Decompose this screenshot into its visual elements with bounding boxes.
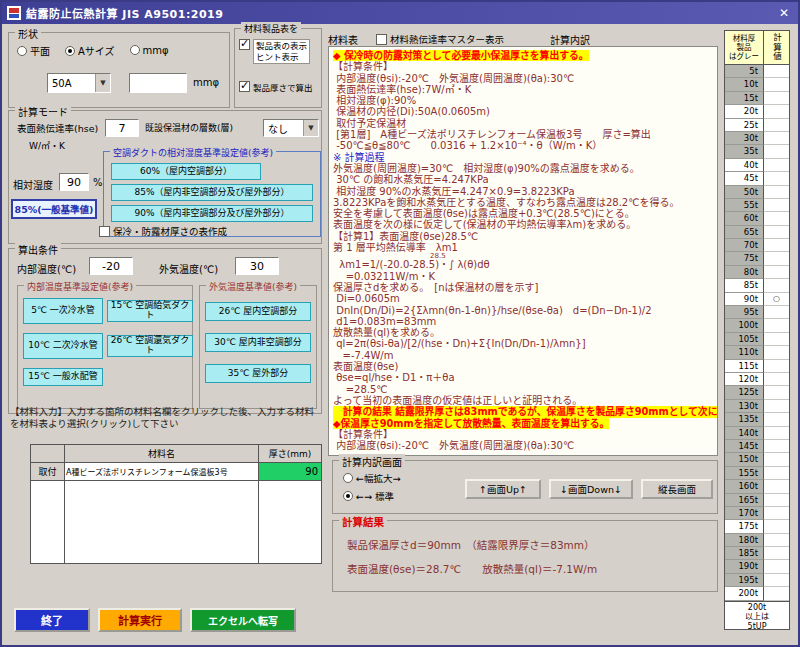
thickness-row[interactable]: 15t xyxy=(725,92,789,105)
thickness-label[interactable]: 175t xyxy=(725,520,764,533)
chevron-down-icon[interactable]: ▼ xyxy=(303,120,318,136)
thickness-row[interactable]: 160t xyxy=(725,480,789,493)
thickness-row[interactable]: 75t xyxy=(725,252,789,265)
radio-icon[interactable] xyxy=(130,45,140,55)
duct-humidity-preset-button[interactable]: 85%（屋内非空調部分及び屋外部分） xyxy=(111,184,313,201)
internal-temp-preset-button[interactable]: 10℃ 二次冷水管 xyxy=(23,333,103,359)
internal-temp-preset-button[interactable]: 15℃ 一般水配管 xyxy=(23,368,103,386)
thickness-label[interactable]: 180t xyxy=(725,534,764,547)
thickness-row[interactable]: 65t xyxy=(725,226,789,239)
external-temp-preset-button[interactable]: 26℃ 屋内空調部分 xyxy=(205,302,311,321)
thickness-label[interactable]: 110t xyxy=(725,346,764,359)
size-select[interactable]: 50A ▼ xyxy=(47,73,111,93)
width-expand-radio[interactable]: ←幅拡大→ xyxy=(343,471,400,485)
thickness-row[interactable]: 45t xyxy=(725,172,789,185)
thickness-row[interactable]: 35t xyxy=(725,145,789,158)
thickness-row[interactable]: 145t xyxy=(725,440,789,453)
thickness-row[interactable]: 190t xyxy=(725,560,789,573)
materials-table[interactable]: 材料名 厚さ(mm) 取付 A種ビーズ法ポリスチレンフォーム保温板3号 90 xyxy=(30,444,322,564)
master-display-checkbox[interactable]: 材料熱伝達率マスター表示 xyxy=(376,32,504,46)
existing-layers-select[interactable]: なし ▼ xyxy=(263,119,319,137)
thickness-row[interactable]: 85t xyxy=(725,279,789,292)
thickness-label[interactable]: 35t xyxy=(725,145,764,158)
thickness-label[interactable]: 85t xyxy=(725,279,764,292)
quit-button[interactable]: 終了 xyxy=(14,608,90,632)
thickness-row[interactable]: 30t xyxy=(725,132,789,145)
external-temp-preset-button[interactable]: 30℃ 屋内非空調部分 xyxy=(205,333,311,352)
thickness-label[interactable]: 160t xyxy=(725,480,764,493)
thickness-row[interactable]: 140t xyxy=(725,427,789,440)
thickness-row[interactable]: 20t xyxy=(725,105,789,118)
checkbox-icon[interactable] xyxy=(239,39,250,50)
thickness-label[interactable]: 90t xyxy=(725,293,764,306)
thickness-label[interactable]: 65t xyxy=(725,226,764,239)
thickness-row[interactable]: 80t xyxy=(725,266,789,279)
thickness-row[interactable]: 110t xyxy=(725,346,789,359)
material-thickness-cell[interactable]: 90 xyxy=(259,463,321,480)
thickness-label[interactable]: 40t xyxy=(725,159,764,172)
screen-up-button[interactable]: ↑画面Up↑ xyxy=(465,479,541,499)
screen-down-button[interactable]: ↓画面Down↓ xyxy=(549,479,633,499)
product-thickness-checkbox[interactable]: 製品厚さで算出 xyxy=(239,81,313,93)
internal-temp-preset-button[interactable]: 26℃ 空調還気ダクト xyxy=(107,335,193,357)
standard-width-radio[interactable]: ←→ 標準 xyxy=(343,489,394,503)
export-excel-button[interactable]: エクセルへ転写 xyxy=(190,608,296,632)
calc-detail-panel[interactable]: ◆ 保冷時の防露対策として必要最小保温厚さを算出する。【計算条件】 内部温度(θ… xyxy=(328,46,718,456)
thickness-label[interactable]: 195t xyxy=(725,574,764,587)
duct-humidity-preset-button[interactable]: 90%（屋内非空調部分及び屋外部分） xyxy=(111,205,313,222)
thickness-rows[interactable]: 5t 10t 15t 20t 2 xyxy=(725,65,789,601)
thickness-label[interactable]: 200t xyxy=(725,587,764,600)
thickness-sidebar[interactable]: 材料厚 製品 はグレー 計算値 5t 10t 15t xyxy=(724,30,790,630)
duct-humidity-preset-button[interactable]: 60%（屋内空調部分） xyxy=(111,163,261,180)
thickness-label[interactable]: 20t xyxy=(725,105,764,118)
thickness-row[interactable]: 95t xyxy=(725,306,789,319)
thickness-label[interactable]: 145t xyxy=(725,440,764,453)
thickness-label[interactable]: 165t xyxy=(725,494,764,507)
show-product-checkbox[interactable]: 製品表の表示 ヒント表示 xyxy=(239,39,310,64)
thickness-row[interactable]: 55t xyxy=(725,199,789,212)
thickness-row[interactable]: 5t xyxy=(725,65,789,78)
tall-screen-button[interactable]: 縦長画面 xyxy=(641,479,713,499)
thickness-label[interactable]: 55t xyxy=(725,199,764,212)
internal-temp-preset-button[interactable]: 5℃ 一次冷水管 xyxy=(23,298,103,324)
chevron-down-icon[interactable]: ▼ xyxy=(95,74,110,92)
thickness-row[interactable]: 115t xyxy=(725,360,789,373)
radio-icon[interactable] xyxy=(17,46,27,56)
radio-icon[interactable] xyxy=(343,491,353,501)
materials-table-empty-rows[interactable] xyxy=(31,481,321,563)
thickness-label[interactable]: 130t xyxy=(725,400,764,413)
thickness-label[interactable]: 150t xyxy=(725,453,764,466)
thickness-label[interactable]: 135t xyxy=(725,413,764,426)
thickness-label[interactable]: 80t xyxy=(725,266,764,279)
thickness-row[interactable]: 155t xyxy=(725,467,789,480)
radio-icon[interactable] xyxy=(65,46,75,56)
thickness-label[interactable]: 170t xyxy=(725,507,764,520)
thickness-label[interactable]: 105t xyxy=(725,333,764,346)
thickness-label[interactable]: 5t xyxy=(725,65,764,78)
hse-input[interactable] xyxy=(105,119,139,137)
thickness-row[interactable]: 70t xyxy=(725,239,789,252)
thickness-row[interactable]: 195t xyxy=(725,574,789,587)
thickness-label[interactable]: 185t xyxy=(725,547,764,560)
external-temp-input[interactable] xyxy=(235,257,279,275)
diameter-input[interactable] xyxy=(129,73,187,93)
thickness-row[interactable]: 165t xyxy=(725,494,789,507)
shape-radio-asize[interactable]: Aサイズ xyxy=(65,43,115,58)
thickness-row[interactable]: 170t xyxy=(725,507,789,520)
thickness-label[interactable]: 190t xyxy=(725,560,764,573)
internal-temp-input[interactable] xyxy=(89,257,133,275)
shape-radio-plane[interactable]: 平面 xyxy=(17,43,50,58)
thickness-row[interactable]: 50t xyxy=(725,186,789,199)
thickness-label[interactable]: 60t xyxy=(725,212,764,225)
thickness-row[interactable]: 40t xyxy=(725,159,789,172)
thickness-label[interactable]: 30t xyxy=(725,132,764,145)
checkbox-icon[interactable] xyxy=(239,81,250,92)
thickness-row[interactable]: 180t xyxy=(725,534,789,547)
thickness-row[interactable]: 105t xyxy=(725,333,789,346)
thickness-label[interactable]: 115t xyxy=(725,360,764,373)
thickness-row[interactable]: 135t xyxy=(725,413,789,426)
thickness-label[interactable]: 125t xyxy=(725,386,764,399)
checkbox-icon[interactable] xyxy=(99,226,110,237)
thickness-row[interactable]: 100t xyxy=(725,319,789,332)
run-calculation-button[interactable]: 計算実行 xyxy=(98,608,182,632)
